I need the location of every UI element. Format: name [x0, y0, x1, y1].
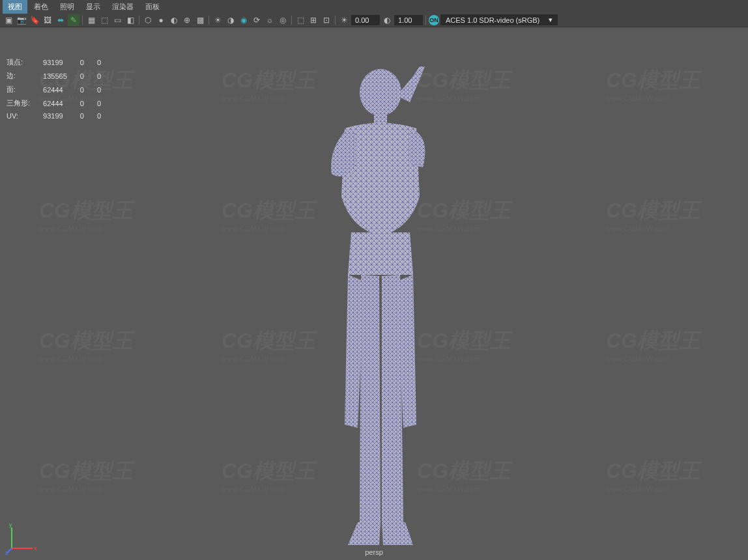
grease-pencil-icon[interactable]: ✎	[68, 14, 79, 26]
menu-shading[interactable]: 着色	[29, 0, 53, 14]
stat-value: 0	[97, 97, 113, 109]
stat-row-tris: 三角形: 62444 0 0	[7, 97, 113, 109]
separator	[139, 16, 139, 25]
camera-name-label: persp	[365, 548, 383, 556]
bookmark-icon[interactable]: 🔖	[29, 14, 40, 26]
stat-value: 0	[97, 70, 113, 82]
panel-toolbar: ▣ 📷 🔖 🖼 ⬌ ✎ ▦ ⬚ ▭ ◧ ⬡ ● ◐ ⊕ ▩ ☀ ◑ ◉ ⟳ ☼ …	[0, 13, 748, 27]
color-management-toggle[interactable]: ON	[429, 15, 439, 25]
stat-value: 0	[80, 97, 96, 109]
use-all-lights-icon[interactable]: ☀	[212, 14, 223, 26]
stat-label: 顶点:	[7, 56, 42, 68]
dof-icon[interactable]: ◎	[277, 14, 289, 26]
separator	[82, 16, 83, 25]
isolate-select-icon[interactable]: ⬚	[295, 14, 306, 26]
menu-panels[interactable]: 面板	[140, 0, 165, 14]
stat-row-edges: 边: 135565 0 0	[7, 70, 113, 82]
stat-row-uvs: UV: 93199 0 0	[7, 111, 113, 121]
viewport[interactable]: CG模型王www.CGMXW.com CG模型王www.CGMXW.com CG…	[0, 27, 748, 560]
gate-mask-icon[interactable]: ◧	[124, 14, 136, 26]
xray-icon[interactable]: ⊞	[308, 14, 319, 26]
svg-rect-3	[374, 112, 387, 124]
stat-value: 62444	[43, 83, 79, 96]
color-space-dropdown[interactable]: ACES 1.0 SDR-video (sRGB) ▾	[440, 14, 558, 25]
resolution-gate-icon[interactable]: ▭	[111, 14, 123, 26]
camera-icon[interactable]: 📷	[16, 14, 27, 26]
stat-row-verts: 顶点: 93199 0 0	[7, 56, 113, 68]
stat-label: 面:	[7, 83, 42, 96]
stat-value: 62444	[43, 97, 79, 109]
stat-value: 0	[97, 83, 113, 96]
ambient-occlusion-icon[interactable]: ◉	[238, 14, 250, 26]
select-camera-icon[interactable]: ▣	[3, 14, 14, 26]
stat-value: 0	[80, 83, 96, 96]
stat-value: 0	[80, 56, 96, 68]
svg-text:y: y	[9, 522, 12, 528]
stat-row-faces: 面: 62444 0 0	[7, 83, 113, 96]
gamma-icon[interactable]: ◐	[381, 14, 393, 26]
wireframe-on-shaded-icon[interactable]: ⊕	[181, 14, 193, 26]
use-default-material-icon[interactable]: ◐	[168, 14, 180, 26]
color-space-label: ACES 1.0 SDR-video (sRGB)	[446, 16, 539, 24]
exposure-field[interactable]	[351, 15, 380, 25]
gamma-field[interactable]	[394, 15, 423, 25]
textured-icon[interactable]: ▩	[194, 14, 206, 26]
stat-label: 边:	[7, 70, 42, 82]
grid-icon[interactable]: ▦	[85, 14, 97, 26]
watermark: CG模型王www.CGMXW.com	[39, 457, 133, 493]
watermark: CG模型王www.CGMXW.com	[39, 327, 133, 363]
watermark: CG模型王www.CGMXW.com	[606, 66, 700, 102]
watermark: CG模型王www.CGMXW.com	[606, 327, 700, 363]
stat-value: 0	[97, 111, 113, 121]
character-mesh[interactable]	[283, 66, 465, 560]
anti-aliasing-icon[interactable]: ☼	[264, 14, 276, 26]
polycount-hud: 顶点: 93199 0 0 边: 135565 0 0 面: 62444 0 0…	[5, 55, 114, 122]
chevron-down-icon: ▾	[549, 16, 553, 24]
menu-show[interactable]: 显示	[81, 0, 106, 14]
menu-lighting[interactable]: 照明	[55, 0, 79, 14]
separator	[291, 16, 292, 25]
smooth-shade-icon[interactable]: ●	[155, 14, 167, 26]
menu-renderer[interactable]: 渲染器	[107, 0, 139, 14]
stat-value: 93199	[43, 111, 79, 121]
2d-pan-icon[interactable]: ⬌	[55, 14, 66, 26]
separator	[209, 16, 209, 25]
image-plane-icon[interactable]: 🖼	[42, 14, 53, 26]
stat-value: 0	[80, 111, 96, 121]
stat-value: 0	[80, 70, 96, 82]
svg-point-1	[360, 69, 401, 116]
shadows-icon[interactable]: ◑	[225, 14, 237, 26]
separator	[425, 16, 426, 25]
menu-view[interactable]: 视图	[3, 0, 27, 14]
xray-joints-icon[interactable]: ⊡	[321, 14, 332, 26]
wireframe-icon[interactable]: ⬡	[142, 14, 154, 26]
film-gate-icon[interactable]: ⬚	[98, 14, 110, 26]
stat-value: 93199	[43, 56, 79, 68]
motion-blur-icon[interactable]: ⟳	[251, 14, 263, 26]
stat-value: 135565	[43, 70, 79, 82]
separator	[335, 16, 336, 25]
stat-label: UV:	[7, 111, 42, 121]
panel-menubar: 视图 着色 照明 显示 渲染器 面板	[0, 0, 748, 13]
svg-text:x: x	[34, 545, 37, 552]
view-axis-gizmo[interactable]: y x z	[5, 522, 38, 555]
svg-text:z: z	[5, 550, 8, 555]
watermark: CG模型王www.CGMXW.com	[606, 457, 700, 493]
exposure-icon[interactable]: ☀	[338, 14, 350, 26]
watermark: CG模型王www.CGMXW.com	[606, 197, 700, 232]
stat-label: 三角形:	[7, 97, 42, 109]
watermark: CG模型王www.CGMXW.com	[39, 197, 133, 232]
stat-value: 0	[97, 56, 113, 68]
